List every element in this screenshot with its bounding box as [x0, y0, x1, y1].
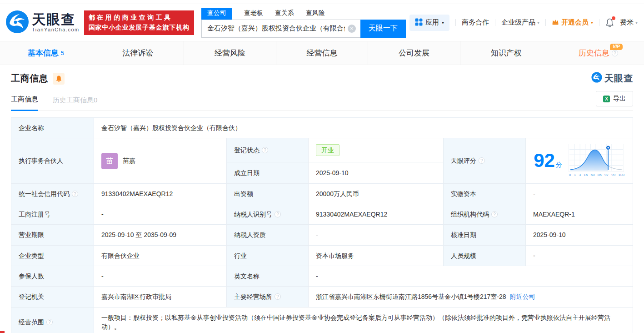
tianyancha-logo-icon: [5, 10, 29, 35]
company-type-label: 企业类型: [11, 245, 94, 266]
notifications-bell-icon[interactable]: [605, 18, 614, 27]
taxpayer-id-value: 91330402MAEXAEQR12: [309, 204, 444, 225]
company-nav-tabs: 基本信息 5 法律诉讼 经营风险 经营信息 公司发展 知识产权 VIP 历史信息…: [0, 41, 644, 65]
english-name-label: 英文名称: [227, 266, 309, 287]
staff-size-label: 人员规模: [444, 245, 526, 266]
establish-date-value: 2025-09-10: [309, 162, 444, 184]
logo-subtitle: TianYanCha.com: [32, 27, 80, 32]
excel-icon: X: [603, 96, 610, 102]
paid-capital-label: 实缴资本: [444, 183, 526, 204]
search-tab-risk[interactable]: 查风险: [306, 8, 325, 20]
partner-value: 苗 苗嘉: [94, 138, 227, 184]
business-scope-label: 经营范围?: [11, 307, 94, 333]
apps-menu[interactable]: 应用 ▾: [409, 15, 449, 31]
divider: [455, 19, 456, 26]
tianyancha-watermark-icon: [591, 72, 602, 85]
table-row: 工商注册号 - 纳税人识别号? 91330402MAEXAEQR12 组织机构代…: [11, 204, 633, 225]
page: 天眼查 TianYanCha.com 都在用的商业查询工具 国家中小企业发展子基…: [0, 0, 644, 333]
main-content: 工商信息 天眼查 工商信息 历史工商信息0: [0, 72, 644, 333]
tab-operation-risk[interactable]: 经营风险: [184, 41, 276, 65]
score-value: 92分: [526, 138, 633, 184]
chevron-down-icon: ▾: [591, 20, 593, 25]
company-type-value: 有限合伙企业: [94, 245, 227, 266]
tab-label: 经营信息: [307, 48, 338, 58]
help-icon[interactable]: ?: [491, 211, 498, 217]
table-row: 统一社会信用代码? 91330402MAEXAEQR12 出资额 20000万人…: [11, 183, 633, 204]
score-distribution-chart: 0131550859799100: [569, 144, 625, 178]
top-strip: [0, 0, 644, 4]
help-icon[interactable]: ?: [612, 50, 618, 56]
org-code-value: MAEXAEQR-1: [526, 204, 633, 225]
reg-authority-value: 嘉兴市南湖区行政审批局: [94, 287, 227, 307]
company-name-label: 企业名称: [11, 118, 94, 138]
taxpayer-quality-value: -: [309, 225, 444, 245]
approval-date-label: 核准日期: [444, 225, 526, 245]
business-info-table: 企业名称 金石汐智（嘉兴）股权投资合伙企业（有限合伙） 执行事务合伙人 苗 苗嘉…: [11, 117, 633, 333]
crown-icon: [552, 19, 559, 26]
help-icon[interactable]: ?: [275, 211, 281, 217]
reg-status-label: 登记状态?: [227, 138, 309, 162]
tab-company-development[interactable]: 公司发展: [368, 41, 460, 65]
bottom-red-strip: [0, 331, 5, 333]
search-tab-boss[interactable]: 查老板: [244, 8, 263, 20]
subtab-business-info[interactable]: 工商信息: [11, 95, 38, 111]
industry-label: 行业: [227, 245, 309, 266]
status-badge: 开业: [316, 144, 339, 156]
tab-label: 公司发展: [399, 48, 429, 58]
table-row: 营业期限 2025-09-10 至 2035-09-09 纳税人资质 - 核准日…: [11, 225, 633, 245]
business-term-label: 营业期限: [11, 225, 94, 245]
taxpayer-id-label: 纳税人识别号?: [227, 204, 309, 225]
help-icon[interactable]: ?: [262, 147, 268, 153]
chevron-down-icon: ▾: [442, 20, 444, 25]
score-label: 天眼评分?: [444, 138, 526, 184]
insured-label: 参保人数: [11, 266, 94, 287]
subscribe-bell-icon[interactable]: [53, 73, 65, 85]
org-code-label: 组织机构代码?: [444, 204, 526, 225]
menu-business-cooperation[interactable]: 商务合作: [462, 18, 489, 27]
tianyancha-watermark: 天眼查: [591, 72, 633, 85]
nearby-companies-link[interactable]: 附近公司: [510, 293, 535, 300]
menu-vip-label: 开通会员: [561, 18, 589, 27]
company-name-value: 金石汐智（嘉兴）股权投资合伙企业（有限合伙）: [94, 118, 633, 138]
menu-user[interactable]: 费米 ▾: [620, 18, 638, 27]
username: 费米: [620, 18, 634, 27]
help-icon[interactable]: ?: [72, 191, 78, 197]
chevron-down-icon: ▾: [537, 20, 539, 25]
table-row: 企业类型 有限合伙企业 行业 资本市场服务 人员规模 -: [11, 245, 633, 266]
tab-intellectual-property[interactable]: 知识产权: [460, 41, 553, 65]
clear-search-icon[interactable]: ×: [348, 25, 356, 33]
reg-number-label: 工商注册号: [11, 204, 94, 225]
address-value: 浙江省嘉兴市南湖区东栅街道南江路1856号基金小镇1号楼217室-28附近公司: [309, 287, 633, 307]
menu-open-vip[interactable]: 开通会员 ▾: [552, 18, 593, 27]
export-button[interactable]: X 导出: [596, 91, 633, 106]
help-icon[interactable]: ?: [46, 319, 53, 325]
slogan-line2: 国家中小企业发展子基金旗下机构: [89, 24, 190, 32]
subtab-history-business-info[interactable]: 历史工商信息0: [53, 96, 97, 111]
apps-menu-label: 应用: [425, 18, 439, 27]
menu-enterprise-products[interactable]: 企业级产品 ▾: [501, 18, 539, 27]
reg-status-value: 开业: [309, 138, 444, 162]
tab-basic-info[interactable]: 基本信息 5: [0, 41, 92, 65]
tab-legal-proceedings[interactable]: 法律诉讼: [92, 41, 185, 65]
menu-enterprise-label: 企业级产品: [501, 18, 535, 27]
divider: [545, 19, 546, 26]
search-tab-company[interactable]: 查公司: [201, 8, 232, 20]
partner-name-link[interactable]: 苗嘉: [123, 156, 135, 165]
search-button[interactable]: 天眼一下: [360, 20, 406, 38]
tab-history-info[interactable]: VIP 历史信息 ?: [552, 41, 644, 65]
search-tab-relation[interactable]: 查关系: [275, 8, 294, 20]
logo-title: 天眼查: [32, 13, 80, 26]
help-icon[interactable]: ?: [479, 157, 485, 164]
capital-value: 20000万人民币: [309, 183, 444, 204]
tianyancha-logo[interactable]: 天眼查 TianYanCha.com: [5, 10, 80, 35]
business-scope-value: 一般项目：股权投资；以私募基金从事创业投资活动（须在中国证券投资基金业协会完成登…: [94, 307, 633, 333]
tab-operation-info[interactable]: 经营信息: [276, 41, 369, 65]
score-chart-ticks: 0131550859799100: [569, 172, 625, 178]
reg-authority-label: 登记机关: [11, 287, 94, 307]
table-row: 执行事务合伙人 苗 苗嘉 登记状态? 开业 天眼评分?: [11, 138, 633, 162]
search-input[interactable]: [201, 20, 360, 38]
help-icon[interactable]: ?: [275, 293, 281, 300]
divider: [495, 19, 495, 26]
tab-label: 经营风险: [215, 48, 245, 58]
chevron-down-icon: ▾: [635, 20, 638, 25]
